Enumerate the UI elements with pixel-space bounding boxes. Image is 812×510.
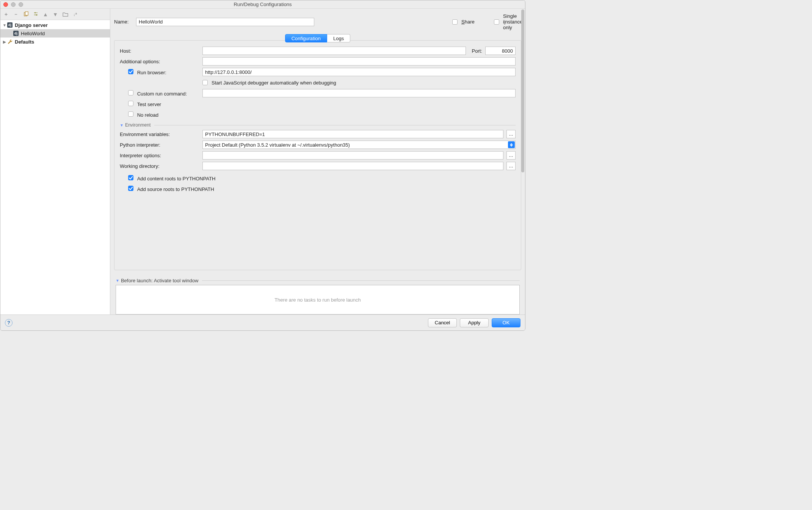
row-no-reload: No reload	[120, 110, 516, 119]
tab-logs[interactable]: Logs	[327, 34, 350, 42]
tree-group-django-server[interactable]: dj Django server	[0, 21, 110, 29]
section-environment-label: Environment	[125, 122, 150, 128]
custom-run-label[interactable]: Custom run command:	[137, 91, 187, 97]
add-content-roots-checkbox[interactable]	[128, 175, 133, 180]
chevron-right-icon[interactable]	[3, 40, 6, 44]
move-up-icon[interactable]: ▲	[42, 11, 49, 18]
env-vars-browse-button[interactable]: …	[506, 130, 516, 138]
form-area: Name: Share Single iinstance only Config…	[110, 9, 525, 314]
chevron-down-icon[interactable]	[3, 23, 6, 27]
move-down-icon[interactable]: ▼	[52, 11, 59, 18]
row-additional-options: Additional options:	[120, 57, 516, 66]
add-config-icon[interactable]: ＋	[3, 11, 9, 18]
tree-label: HelloWorld	[21, 31, 45, 36]
row-host: Host: Port:	[120, 47, 516, 55]
section-before-launch[interactable]: ▼ Before launch: Activate tool window	[116, 278, 520, 283]
interpreter-options-input[interactable]	[202, 151, 503, 160]
scrollbar-thumb[interactable]	[521, 9, 524, 172]
working-directory-browse-button[interactable]: …	[506, 162, 516, 170]
row-custom-run: Custom run command:	[120, 89, 516, 97]
row-js-debugger: Start JavaScript debugger automatically …	[120, 78, 516, 87]
add-content-roots-label[interactable]: Add content roots to PYTHONPATH	[137, 176, 216, 181]
configuration-panel: Host: Port: Additional options: Run brow…	[114, 40, 521, 270]
row-add-source-roots: Add source roots to PYTHONPATH	[120, 185, 516, 193]
row-working-directory: Working directory: …	[120, 162, 516, 170]
row-test-server: Test server	[120, 100, 516, 108]
before-launch-label: Before launch: Activate tool window	[121, 278, 199, 283]
custom-run-checkbox[interactable]	[128, 90, 133, 95]
chevron-down-icon[interactable]: ▼	[120, 123, 124, 127]
run-browser-checkbox[interactable]	[128, 69, 133, 74]
sidebar-toolbar: ＋ － ▲ ▼ ↓ª	[0, 9, 110, 20]
folder-icon[interactable]	[62, 11, 69, 18]
interpreter-value: Project Default (Python 3.5.2 virtualenv…	[205, 142, 350, 148]
configurations-sidebar: ＋ － ▲ ▼ ↓ª dj Django server dj Hel	[0, 9, 110, 314]
django-icon: dj	[13, 31, 19, 36]
cancel-button[interactable]: Cancel	[428, 318, 457, 327]
working-directory-label: Working directory:	[120, 163, 199, 169]
row-add-content-roots: Add content roots to PYTHONPATH	[120, 174, 516, 182]
js-debugger-checkbox[interactable]	[202, 80, 208, 85]
minimize-window-icon	[11, 2, 16, 7]
django-icon: dj	[7, 22, 13, 28]
dialog-button-bar: ? Cancel Apply OK	[0, 314, 525, 330]
window-titlebar: Run/Debug Configurations	[0, 0, 525, 9]
row-env-vars: Environment variables: …	[120, 130, 516, 138]
interpreter-select[interactable]: Project Default (Python 3.5.2 virtualenv…	[202, 141, 516, 149]
apply-button[interactable]: Apply	[460, 318, 489, 327]
tab-configuration[interactable]: Configuration	[285, 34, 327, 42]
help-icon[interactable]: ?	[5, 319, 13, 327]
copy-config-icon[interactable]	[22, 11, 29, 18]
add-source-roots-label[interactable]: Add source roots to PYTHONPATH	[137, 186, 214, 192]
interpreter-options-label: Interpreter options:	[120, 153, 199, 158]
add-source-roots-checkbox[interactable]	[128, 186, 133, 191]
js-debugger-label[interactable]: Start JavaScript debugger automatically …	[212, 80, 336, 86]
row-interpreter: Python interpreter: Project Default (Pyt…	[120, 141, 516, 149]
remove-config-icon[interactable]: －	[13, 11, 19, 18]
no-reload-label[interactable]: No reload	[137, 112, 158, 118]
sort-alpha-icon[interactable]: ↓ª	[72, 11, 78, 18]
chevron-down-icon[interactable]: ▼	[116, 278, 119, 283]
row-interpreter-options: Interpreter options: …	[120, 151, 516, 160]
svg-rect-1	[25, 12, 28, 15]
share-label[interactable]: Share	[461, 19, 480, 25]
run-browser-label[interactable]: Run browser:	[137, 70, 166, 75]
additional-options-input[interactable]	[202, 57, 516, 66]
custom-run-input[interactable]	[202, 89, 516, 97]
wrench-icon	[7, 39, 13, 45]
ok-button[interactable]: OK	[492, 318, 520, 327]
before-launch-empty-text: There are no tasks to run before launch	[274, 297, 361, 303]
working-directory-input[interactable]	[202, 162, 503, 170]
additional-options-label: Additional options:	[120, 59, 199, 64]
dropdown-icon	[508, 141, 515, 148]
test-server-label[interactable]: Test server	[137, 102, 161, 107]
tree-label: Defaults	[15, 39, 34, 45]
env-vars-label: Environment variables:	[120, 131, 199, 137]
tab-strip: Configuration Logs	[114, 34, 521, 44]
test-server-checkbox[interactable]	[128, 101, 133, 106]
interpreter-label: Python interpreter:	[120, 142, 199, 148]
window-title: Run/Debug Configurations	[0, 2, 525, 7]
single-instance-label[interactable]: Single iinstance only	[503, 13, 521, 30]
tree-item-helloworld[interactable]: dj HelloWorld	[0, 29, 110, 38]
settings-icon[interactable]	[32, 11, 39, 18]
run-browser-input[interactable]	[202, 68, 516, 76]
single-instance-checkbox[interactable]	[494, 19, 499, 25]
host-input[interactable]	[202, 47, 466, 55]
tree-label: Django server	[15, 22, 48, 28]
name-input[interactable]	[136, 18, 314, 26]
name-row: Name: Share Single iinstance only	[114, 13, 521, 30]
share-checkbox[interactable]	[452, 19, 458, 25]
before-launch-tasks[interactable]: There are no tasks to run before launch	[116, 285, 520, 314]
env-vars-input[interactable]	[202, 130, 503, 138]
interpreter-options-expand-button[interactable]: …	[506, 151, 516, 160]
close-window-icon[interactable]	[3, 2, 8, 7]
port-input[interactable]	[485, 47, 516, 55]
section-environment[interactable]: ▼ Environment	[120, 122, 516, 128]
name-label: Name:	[114, 19, 132, 25]
configurations-tree[interactable]: dj Django server dj HelloWorld Defaults	[0, 20, 110, 314]
tree-group-defaults[interactable]: Defaults	[0, 38, 110, 46]
no-reload-checkbox[interactable]	[128, 111, 133, 117]
zoom-window-icon	[19, 2, 23, 7]
row-run-browser: Run browser:	[120, 68, 516, 76]
